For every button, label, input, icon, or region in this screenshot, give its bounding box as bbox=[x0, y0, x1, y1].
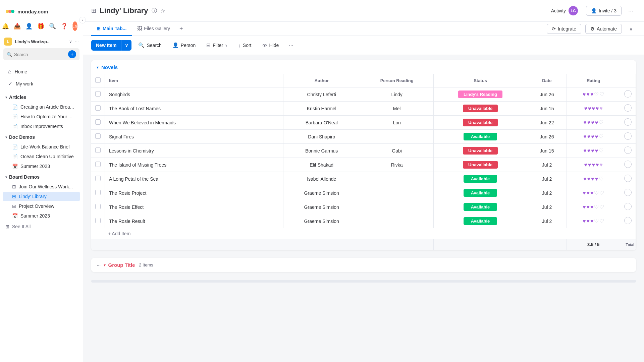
sidebar-add-button[interactable]: + bbox=[68, 50, 76, 58]
rating-display[interactable]: ♥♥♥♥♥ bbox=[571, 106, 616, 112]
row-circle-button[interactable] bbox=[624, 189, 632, 196]
sidebar-item-wellness[interactable]: ⊞ Join Our Wellness Work... bbox=[3, 182, 80, 191]
invite-button[interactable]: 👤 Invite / 3 bbox=[586, 6, 622, 16]
users-icon[interactable]: 👤 bbox=[25, 23, 33, 30]
rating-display[interactable]: ♥♥♥♥♥ bbox=[571, 162, 616, 168]
row-checkbox[interactable] bbox=[95, 218, 101, 223]
group2-count: 2 Items bbox=[139, 262, 153, 267]
sidebar-item-article-2[interactable]: 📄 How to Optomize Your ... bbox=[3, 112, 80, 121]
sidebar-section-doc-demos-header[interactable]: ▾ Doc Demos bbox=[0, 132, 83, 142]
collapse-subtabs-button[interactable]: ∧ bbox=[626, 24, 636, 34]
sidebar-section-articles-header[interactable]: ▾ Articles bbox=[0, 93, 83, 102]
row-checkbox[interactable] bbox=[95, 176, 101, 181]
sidebar-item-mywork[interactable]: ✓ My work bbox=[3, 78, 80, 89]
status-badge[interactable]: Unavailable bbox=[463, 161, 498, 169]
row-circle-button[interactable] bbox=[624, 104, 632, 112]
info-icon[interactable]: ⓘ bbox=[152, 7, 157, 14]
select-all-checkbox[interactable] bbox=[95, 77, 101, 83]
bell-icon[interactable]: 🔔 bbox=[2, 23, 9, 30]
row-circle-button[interactable] bbox=[624, 132, 632, 140]
novels-chevron[interactable]: ▾ bbox=[97, 65, 99, 70]
rating-display[interactable]: ♥♥♥♥♡ bbox=[571, 119, 616, 126]
filter-button[interactable]: ⊟ Filter ∨ bbox=[202, 40, 231, 51]
rating-display[interactable]: ♥♥♥♥♡ bbox=[571, 133, 616, 140]
row-circle-button[interactable] bbox=[624, 161, 632, 168]
group2-more-icon[interactable]: ··· bbox=[97, 262, 101, 268]
activity-button[interactable]: Activity LG bbox=[547, 4, 582, 17]
sidebar-item-lindy-library[interactable]: ⊞ Lindy' Library bbox=[3, 192, 80, 201]
rating-display[interactable]: ♥♥♥♡♡ bbox=[571, 218, 616, 224]
tab-main[interactable]: ⊞ Main Tab... bbox=[91, 22, 132, 36]
status-badge[interactable]: Unavailable bbox=[463, 147, 498, 155]
star-icon[interactable]: ☆ bbox=[160, 8, 165, 14]
status-badge[interactable]: Lindy's Reading bbox=[458, 90, 502, 98]
sort-button[interactable]: ↕ Sort bbox=[234, 40, 255, 51]
row-checkbox[interactable] bbox=[95, 190, 101, 195]
horizontal-scrollbar[interactable] bbox=[91, 280, 636, 283]
row-circle-button[interactable] bbox=[624, 203, 632, 210]
row-status-cell: Lindy's Reading bbox=[434, 87, 527, 102]
person-button[interactable]: 👤 Person bbox=[168, 40, 200, 51]
rating-display[interactable]: ♥♥♥♥♡ bbox=[571, 147, 616, 154]
global-search-icon[interactable]: 🔍 bbox=[49, 23, 56, 30]
add-item-cell[interactable]: + Add Item bbox=[91, 228, 636, 239]
sidebar-item-project-overview[interactable]: ⊞ Project Overview bbox=[3, 201, 80, 211]
gift-icon[interactable]: 🎁 bbox=[37, 23, 44, 30]
status-badge[interactable]: Available bbox=[464, 133, 497, 140]
search-button[interactable]: 🔍 Search bbox=[134, 40, 165, 51]
sidebar-section-board-demos-header[interactable]: ▾ Board Demos bbox=[0, 172, 83, 182]
sidebar-see-all[interactable]: ⊞ See It All bbox=[0, 222, 83, 231]
row-circle-button[interactable] bbox=[624, 90, 632, 98]
row-checkbox[interactable] bbox=[95, 204, 101, 209]
add-tab-button[interactable]: + bbox=[175, 22, 187, 36]
rating-display[interactable]: ♥♥♥♥♡ bbox=[571, 176, 616, 182]
sidebar-item-lifework[interactable]: 📄 Life-Work Balance Brief bbox=[3, 142, 80, 152]
sidebar-item-summer-2023-board[interactable]: 📅 Summer 2023 bbox=[3, 211, 80, 221]
add-item-row[interactable]: + Add Item bbox=[91, 228, 636, 239]
row-checkbox[interactable] bbox=[95, 133, 101, 139]
row-checkbox[interactable] bbox=[95, 119, 101, 125]
workspace-chevron[interactable]: ∨ bbox=[69, 39, 72, 44]
status-badge[interactable]: Available bbox=[464, 189, 497, 197]
more-options-button[interactable]: ··· bbox=[626, 5, 636, 16]
integrate-button[interactable]: ⟳ Integrate bbox=[547, 24, 581, 34]
tab-files-gallery[interactable]: 🖼 Files Gallery bbox=[132, 22, 175, 36]
article-3-label: Inbox Improvements bbox=[20, 124, 63, 129]
rating-display[interactable]: ♥♥♥♡♡ bbox=[571, 91, 616, 98]
hide-button[interactable]: 👁 Hide bbox=[258, 40, 283, 51]
subtabs-right: ⟳ Integrate ⚙ Automate ∧ bbox=[547, 24, 636, 34]
sidebar-item-article-3[interactable]: 📄 Inbox Improvements bbox=[3, 122, 80, 131]
row-checkbox[interactable] bbox=[95, 147, 101, 153]
automate-button[interactable]: ⚙ Automate bbox=[585, 24, 622, 34]
workspace-more-icon[interactable]: ··· bbox=[75, 39, 79, 44]
group2-title[interactable]: Group Title bbox=[108, 262, 135, 268]
user-avatar[interactable]: LG bbox=[72, 21, 77, 31]
toolbar-more-button[interactable]: ··· bbox=[285, 40, 297, 51]
rating-display[interactable]: ♥♥♥♡♡ bbox=[571, 204, 616, 210]
status-badge[interactable]: Unavailable bbox=[463, 105, 498, 112]
status-badge[interactable]: Available bbox=[464, 175, 497, 183]
sidebar-search-input[interactable] bbox=[14, 52, 66, 57]
sidebar-item-home[interactable]: ⌂ Home bbox=[3, 66, 80, 77]
sidebar-collapse-button[interactable]: ‹ bbox=[79, 17, 86, 23]
row-circle-button[interactable] bbox=[624, 118, 632, 126]
inbox-icon[interactable]: 📥 bbox=[14, 23, 21, 30]
help-icon[interactable]: ❓ bbox=[61, 23, 68, 30]
new-item-dropdown-arrow[interactable]: ∨ bbox=[121, 40, 131, 51]
status-badge[interactable]: Unavailable bbox=[463, 119, 498, 126]
row-checkbox[interactable] bbox=[95, 91, 101, 97]
row-circle-button[interactable] bbox=[624, 217, 632, 224]
row-circle-button[interactable] bbox=[624, 146, 632, 154]
row-checkbox[interactable] bbox=[95, 162, 101, 167]
rating-display[interactable]: ♥♥♥♡♡ bbox=[571, 190, 616, 196]
status-badge[interactable]: Available bbox=[464, 203, 497, 211]
sidebar-item-summer-2023-doc[interactable]: 📅 Summer 2023 bbox=[3, 162, 80, 171]
novels-title[interactable]: Novels bbox=[101, 64, 118, 70]
group2-chevron[interactable]: ▾ bbox=[104, 263, 106, 267]
row-circle-button[interactable] bbox=[624, 175, 632, 182]
new-item-button[interactable]: New Item ∨ bbox=[91, 40, 131, 51]
status-badge[interactable]: Available bbox=[464, 217, 497, 225]
sidebar-item-ocean[interactable]: 📄 Ocean Clean Up Initiative bbox=[3, 152, 80, 161]
row-checkbox[interactable] bbox=[95, 105, 101, 111]
sidebar-item-article-1[interactable]: 📄 Creating an Article Brea... bbox=[3, 102, 80, 112]
